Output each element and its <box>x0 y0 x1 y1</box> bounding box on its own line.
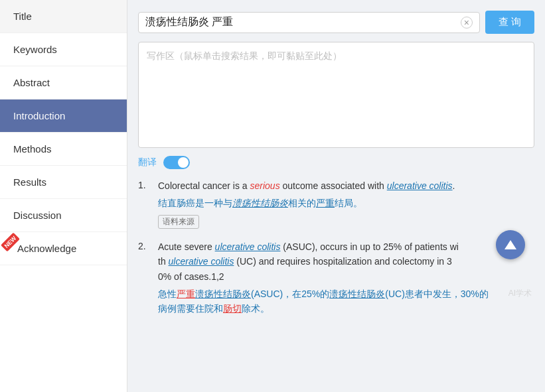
sidebar-item-label: Title <box>13 11 32 22</box>
scroll-up-button[interactable] <box>496 230 525 259</box>
sidebar-item-label: Keywords <box>13 44 57 55</box>
arrow-up-icon <box>503 237 518 252</box>
clear-button[interactable]: × <box>461 17 473 29</box>
sidebar-item-methods[interactable]: Methods <box>0 133 127 166</box>
zh-keyword-3: 严重 <box>177 289 195 299</box>
corpus-tag-1[interactable]: 语料来源 <box>158 215 199 229</box>
result-en-2[interactable]: Acute severe ulcerative colitis (ASUC), … <box>158 239 534 284</box>
keyword-uc-1: ulcerative colitis <box>387 180 453 191</box>
sidebar-item-title[interactable]: Title <box>0 0 127 33</box>
keyword-uc-2: ulcerative colitis <box>215 241 281 252</box>
sidebar-item-acknowledge[interactable]: NEW Acknowledge <box>0 232 127 265</box>
translate-toggle[interactable] <box>163 156 190 169</box>
sidebar-item-label: Acknowledge <box>17 243 76 254</box>
keyword-uc-3: ulcerative colitis <box>169 256 234 267</box>
result-en-1[interactable]: Colorectal cancer is a serious outcome a… <box>158 178 534 193</box>
result-item-1: 1. Colorectal cancer is a serious outcom… <box>138 178 534 229</box>
sidebar-item-discussion[interactable]: Discussion <box>0 199 127 232</box>
result-zh-2[interactable]: 急性严重溃疡性结肠炎(ASUC)，在25%的溃疡性结肠炎(UC)患者中发生，30… <box>158 287 534 316</box>
search-input[interactable] <box>145 17 457 29</box>
svg-marker-0 <box>505 240 516 249</box>
result-num-2: 2. <box>138 239 151 319</box>
search-button[interactable]: 查 询 <box>485 11 534 34</box>
translate-label: 翻译 <box>138 157 157 168</box>
sidebar-item-introduction[interactable]: Introduction <box>0 99 127 133</box>
main-content: × 查 询 写作区（鼠标单击搜索结果，即可黏贴至此处） 翻译 1. Colore <box>127 0 545 330</box>
result-zh-1[interactable]: 结直肠癌是一种与溃疡性结肠炎相关的严重结局。 <box>158 196 534 210</box>
translate-row: 翻译 <box>138 156 534 169</box>
sidebar-item-label: Results <box>13 176 46 188</box>
zh-keyword-5: 溃疡性结肠炎 <box>329 289 385 299</box>
search-bar: × 查 询 <box>138 11 534 34</box>
sidebar-item-keywords[interactable]: Keywords <box>0 33 127 66</box>
zh-keyword-6: 肠切 <box>223 303 242 314</box>
toggle-knob <box>178 157 189 168</box>
sidebar-item-label: Methods <box>13 143 52 155</box>
result-content-1: Colorectal cancer is a serious outcome a… <box>158 178 534 229</box>
sidebar-item-label: Discussion <box>13 210 62 221</box>
sidebar-item-label: Abstract <box>13 77 50 88</box>
sidebar-item-abstract[interactable]: Abstract <box>0 66 127 99</box>
keyword-serious: serious <box>250 180 280 191</box>
writing-area-placeholder: 写作区（鼠标单击搜索结果，即可黏贴至此处） <box>147 50 342 61</box>
sidebar-item-label: Introduction <box>13 110 65 121</box>
zh-keyword-2: 严重 <box>316 198 335 208</box>
sidebar-item-results[interactable]: Results <box>0 166 127 199</box>
result-num-1: 1. <box>138 178 151 229</box>
results-list: 1. Colorectal cancer is a serious outcom… <box>138 178 534 319</box>
sidebar: Title Keywords Abstract Introduction Met… <box>0 0 127 392</box>
main-wrapper: × 查 询 写作区（鼠标单击搜索结果，即可黏贴至此处） 翻译 1. Colore <box>127 0 545 392</box>
zh-keyword-4: 溃疡性结肠炎 <box>195 289 251 299</box>
result-item-2: 2. Acute severe ulcerative colitis (ASUC… <box>138 239 534 319</box>
result-content-2: Acute severe ulcerative colitis (ASUC), … <box>158 239 534 319</box>
zh-keyword-1: 溃疡性结肠炎 <box>232 198 288 208</box>
writing-area[interactable]: 写作区（鼠标单击搜索结果，即可黏贴至此处） <box>138 42 534 148</box>
search-input-wrapper: × <box>138 12 480 33</box>
